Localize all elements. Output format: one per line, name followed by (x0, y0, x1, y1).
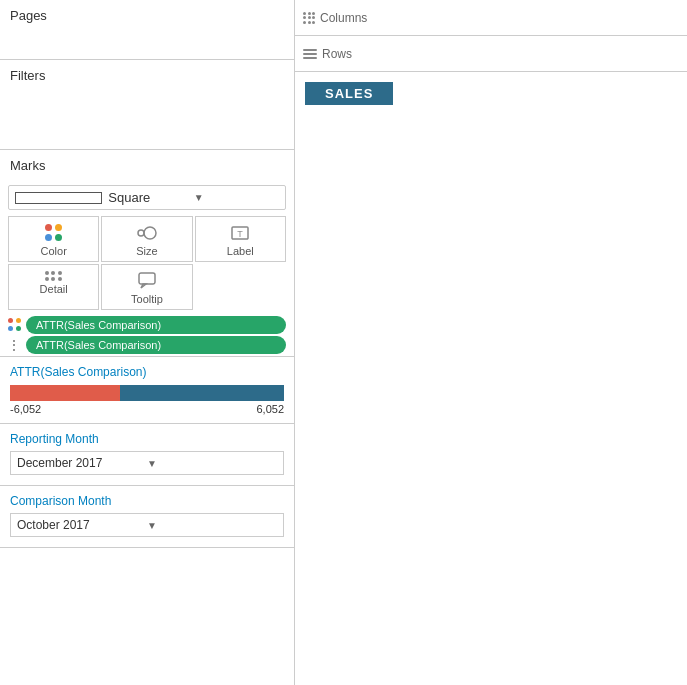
rows-icon (303, 49, 317, 59)
svg-text:T: T (238, 229, 244, 239)
marks-section: Marks Square ▼ Color (0, 150, 294, 357)
tooltip-svg-icon (137, 271, 157, 289)
cd6 (312, 16, 315, 19)
detail-button[interactable]: Detail (8, 264, 99, 310)
reporting-month-title: Reporting Month (10, 432, 284, 446)
dot1 (45, 224, 52, 231)
svg-point-0 (138, 230, 144, 236)
color-pill[interactable]: ATTR(Sales Comparison) (26, 316, 286, 334)
marks-buttons-row1: Color Size T Label (8, 216, 286, 262)
detail-dot2 (51, 271, 55, 275)
label-icon: T (228, 223, 252, 243)
left-panel: Pages Filters Marks Square ▼ (0, 0, 295, 685)
marks-dropdown-value: Square (108, 190, 193, 205)
columns-shelf: Columns (295, 0, 687, 36)
detail-dot3 (58, 271, 62, 275)
tooltip-button[interactable]: Tooltip (101, 264, 192, 310)
svg-rect-4 (139, 273, 155, 284)
marks-buttons-row2: Detail Tooltip (8, 264, 286, 310)
sales-badge: SALES (305, 82, 393, 105)
detail-button-label: Detail (40, 283, 68, 295)
rl1 (303, 49, 317, 51)
tooltip-button-label: Tooltip (131, 293, 163, 305)
label-button-label: Label (227, 245, 254, 257)
pill-row-label: ⋮ ATTR(Sales Comparison) (8, 336, 286, 354)
label-svg-icon: T (230, 224, 250, 242)
detail-dot6 (58, 277, 62, 281)
right-panel: Columns Rows SALES (295, 0, 687, 685)
reporting-month-dropdown[interactable]: December 2017 ▼ (10, 451, 284, 475)
columns-label: Columns (303, 11, 367, 25)
pdot1 (8, 318, 13, 323)
reporting-month-value: December 2017 (17, 456, 147, 470)
rows-shelf: Rows (295, 36, 687, 72)
legend-section: ATTR(Sales Comparison) -6,052 6,052 (0, 357, 294, 424)
tooltip-icon (137, 271, 157, 291)
cd9 (312, 21, 315, 24)
pages-section: Pages (0, 0, 294, 60)
size-button[interactable]: Size (101, 216, 192, 262)
comparison-month-section: Comparison Month October 2017 ▼ (0, 486, 294, 548)
color-icon (42, 223, 66, 243)
pages-label: Pages (0, 0, 294, 31)
svg-point-1 (144, 227, 156, 239)
detail-icon (45, 271, 63, 281)
color-button[interactable]: Color (8, 216, 99, 262)
legend-bar-visual (10, 385, 284, 401)
cd4 (303, 16, 306, 19)
cd5 (308, 16, 311, 19)
reporting-month-chevron-icon: ▼ (147, 458, 277, 469)
cd3 (312, 12, 315, 15)
columns-text: Columns (320, 11, 367, 25)
size-button-label: Size (136, 245, 157, 257)
pdot3 (8, 326, 13, 331)
legend-bar-blue (120, 385, 284, 401)
comparison-month-value: October 2017 (17, 518, 147, 532)
cd7 (303, 21, 306, 24)
cd1 (303, 12, 306, 15)
marks-type-dropdown[interactable]: Square ▼ (8, 185, 286, 210)
detail-dot4 (45, 277, 49, 281)
size-icon (135, 223, 159, 243)
color-button-label: Color (41, 245, 67, 257)
reporting-month-section: Reporting Month December 2017 ▼ (0, 424, 294, 486)
label-pill[interactable]: ATTR(Sales Comparison) (26, 336, 286, 354)
legend-labels: -6,052 6,052 (10, 403, 284, 415)
legend-max-value: 6,052 (256, 403, 284, 415)
legend-min-value: -6,052 (10, 403, 41, 415)
comparison-month-title: Comparison Month (10, 494, 284, 508)
rows-label: Rows (303, 47, 352, 61)
comparison-month-chevron-icon: ▼ (147, 520, 277, 531)
comparison-month-dropdown[interactable]: October 2017 ▼ (10, 513, 284, 537)
dot3 (45, 234, 52, 241)
detail-dots-icon (45, 271, 63, 281)
rl3 (303, 57, 317, 59)
label-button[interactable]: T Label (195, 216, 286, 262)
plus-icon: ⋮ (8, 338, 22, 352)
dot4 (55, 234, 62, 241)
size-svg-icon (136, 224, 158, 242)
canvas-area: SALES (295, 72, 687, 685)
chevron-down-icon: ▼ (194, 192, 279, 203)
rl2 (303, 53, 317, 55)
filters-label: Filters (0, 60, 294, 91)
legend-bar (10, 385, 284, 401)
filters-section: Filters (0, 60, 294, 150)
pill-row-color: ATTR(Sales Comparison) (8, 316, 286, 334)
pdot2 (16, 318, 21, 323)
detail-dot5 (51, 277, 55, 281)
pill-color-icon (8, 318, 22, 332)
columns-icon (303, 12, 315, 24)
dot2 (55, 224, 62, 231)
legend-bar-red (10, 385, 120, 401)
legend-title: ATTR(Sales Comparison) (10, 365, 284, 379)
color-dots-icon (45, 224, 63, 242)
marks-label: Marks (0, 150, 294, 181)
cd2 (308, 12, 311, 15)
cd8 (308, 21, 311, 24)
square-icon (15, 192, 102, 204)
rows-text: Rows (322, 47, 352, 61)
pdot4 (16, 326, 21, 331)
detail-dot1 (45, 271, 49, 275)
